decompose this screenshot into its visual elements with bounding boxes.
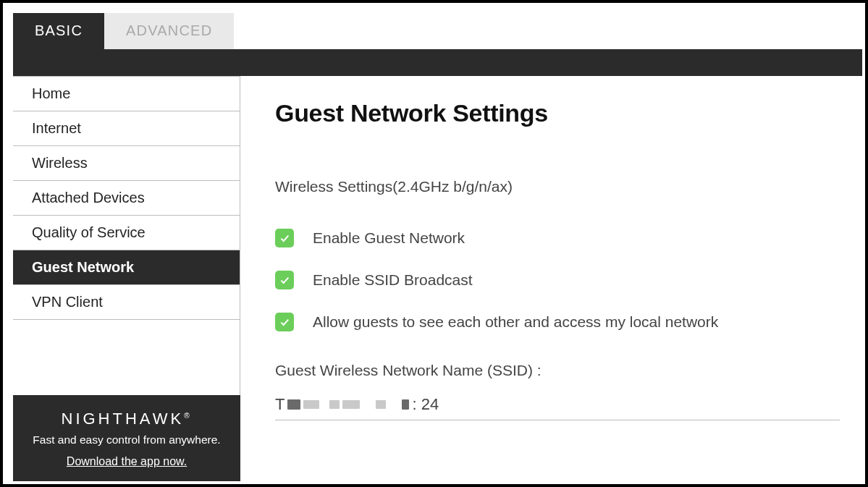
sidebar-item-attached-devices[interactable]: Attached Devices (13, 181, 240, 216)
label-enable-guest: Enable Guest Network (313, 229, 465, 247)
ssid-field-label: Guest Wireless Network Name (SSID) : (275, 362, 836, 379)
row-allow-guests-local: Allow guests to see each other and acces… (275, 313, 836, 331)
promo-download-link[interactable]: Download the app now. (29, 455, 224, 468)
checkbox-enable-guest[interactable] (275, 229, 294, 247)
ssid-redacted-segment (303, 400, 319, 409)
tab-row: BASIC ADVANCED (3, 3, 865, 49)
ssid-input[interactable]: T : 24 (275, 395, 840, 420)
ssid-redacted-segment (287, 399, 300, 410)
page-frame: BASIC ADVANCED Home Internet Wireless At… (0, 0, 868, 487)
check-icon (279, 274, 290, 286)
row-enable-guest: Enable Guest Network (275, 229, 836, 247)
sidebar-item-wireless[interactable]: Wireless (13, 146, 240, 181)
promo-panel: NIGHTHAWK® Fast and easy control from an… (13, 395, 240, 481)
check-icon (279, 232, 290, 244)
ssid-field-block: Guest Wireless Network Name (SSID) : T :… (275, 362, 836, 420)
ssid-suffix: : 24 (412, 395, 439, 414)
promo-sub: Fast and easy control from anywhere. (29, 433, 224, 448)
sidebar: Home Internet Wireless Attached Devices … (3, 76, 240, 481)
sidebar-item-guest-network[interactable]: Guest Network (13, 250, 240, 285)
body-row: Home Internet Wireless Attached Devices … (3, 76, 865, 481)
tab-advanced[interactable]: ADVANCED (104, 13, 234, 49)
sidebar-item-vpn-client[interactable]: VPN Client (13, 285, 240, 320)
label-allow-guests-local: Allow guests to see each other and acces… (313, 313, 718, 331)
page-title: Guest Network Settings (275, 99, 836, 127)
label-enable-ssid-broadcast: Enable SSID Broadcast (313, 271, 473, 289)
main-content: Guest Network Settings Wireless Settings… (240, 76, 865, 481)
sidebar-item-internet[interactable]: Internet (13, 111, 240, 146)
sidebar-item-home[interactable]: Home (13, 76, 240, 111)
check-icon (279, 316, 290, 328)
sidebar-item-qos[interactable]: Quality of Service (13, 216, 240, 250)
ssid-redacted-segment (376, 400, 386, 409)
header-bar (13, 49, 862, 76)
row-enable-ssid-broadcast: Enable SSID Broadcast (275, 271, 836, 289)
section-heading: Wireless Settings(2.4GHz b/g/n/ax) (275, 178, 836, 195)
ssid-redacted-segment (342, 400, 360, 409)
ssid-redacted-segment (402, 399, 409, 410)
ssid-redacted-segment (329, 400, 340, 409)
checkbox-allow-guests-local[interactable] (275, 313, 294, 331)
ssid-prefix: T (275, 395, 285, 414)
promo-brand: NIGHTHAWK® (29, 410, 224, 428)
checkbox-enable-ssid-broadcast[interactable] (275, 271, 294, 289)
tab-basic[interactable]: BASIC (13, 13, 104, 49)
